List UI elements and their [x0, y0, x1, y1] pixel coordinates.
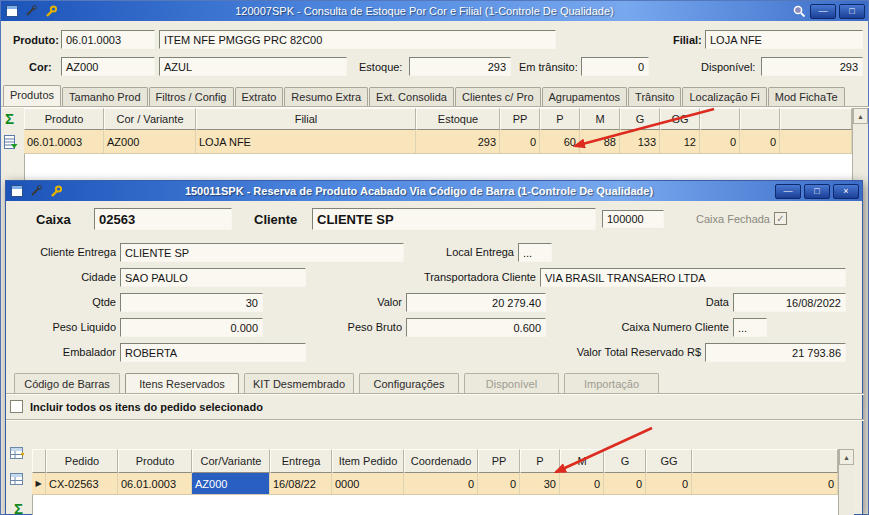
w2-grid-row[interactable]: ▶ CX-02563 06.01.0003 AZ000 16/08/22 000… — [32, 473, 838, 495]
w2-col-pp[interactable]: PP — [478, 449, 520, 473]
tab-codigo-de-barras[interactable]: Código de Barras — [14, 373, 120, 393]
w1-col-filial[interactable]: Filial — [196, 108, 416, 130]
form-icon[interactable] — [4, 3, 20, 19]
disponivel-field[interactable]: 293 — [761, 57, 863, 76]
w2-cell-m[interactable]: 0 — [560, 473, 604, 494]
data-field[interactable]: 16/08/2022 — [733, 293, 846, 312]
tab-resumo-extra[interactable]: Resumo Extra — [284, 87, 368, 106]
w1-cell-cor-variante[interactable]: AZ000 — [104, 130, 196, 153]
w2-col-m[interactable]: M — [560, 449, 604, 473]
tab-itens-reservados[interactable]: Itens Reservados — [125, 373, 239, 393]
caixa-numero-field[interactable]: ... — [733, 318, 767, 337]
tab-filtros-config[interactable]: Filtros / Config — [149, 87, 234, 106]
peso-liquido-field[interactable]: 0.000 — [120, 318, 263, 337]
w1-col-extra-1[interactable] — [700, 108, 740, 130]
w1-cell-filial[interactable]: LOJA NFE — [196, 130, 416, 153]
w1-col-pp[interactable]: PP — [500, 108, 540, 130]
tab-produtos[interactable]: Produtos — [3, 85, 61, 106]
w2-col-gg[interactable]: GG — [646, 449, 692, 473]
tab-mod-fichate[interactable]: Mod FichaTe — [768, 87, 845, 106]
w2-col-p[interactable]: P — [520, 449, 560, 473]
cor-desc-field[interactable]: AZUL — [159, 57, 347, 76]
valor-field[interactable]: 20 279.40 — [406, 293, 546, 312]
qtde-field[interactable]: 30 — [120, 293, 263, 312]
w1-cell-g[interactable]: 133 — [620, 130, 660, 153]
w1-cell-extra-1[interactable]: 0 — [700, 130, 740, 153]
w2-col-cor-variante[interactable]: Cor/Variante — [192, 449, 270, 473]
produto-code-field[interactable]: 06.01.0003 — [61, 30, 155, 49]
tab-kit-desmembrado[interactable]: KIT Desmembrado — [244, 373, 354, 393]
cor-code-field[interactable]: AZ000 — [61, 57, 155, 76]
cliente-field[interactable]: CLIENTE SP — [312, 208, 596, 230]
w1-col-extra-2[interactable] — [740, 108, 780, 130]
w1-minimize-button[interactable]: — — [810, 4, 836, 19]
w1-cell-extra-2[interactable]: 0 — [740, 130, 780, 153]
w1-col-p[interactable]: P — [540, 108, 580, 130]
export-grid-icon[interactable] — [4, 135, 18, 151]
w2-cell-p[interactable]: 30 — [520, 473, 560, 494]
tab-ext-consolida[interactable]: Ext. Consolida — [369, 87, 454, 106]
w2-cell-item-pedido[interactable]: 0000 — [332, 473, 404, 494]
sigma-icon[interactable]: Σ — [14, 501, 23, 515]
tab-disponivel[interactable]: Disponível — [464, 373, 559, 393]
filial-field[interactable]: LOJA NFE — [705, 30, 863, 49]
w2-col-coordenado[interactable]: Coordenado — [404, 449, 478, 473]
tools-icon[interactable] — [28, 183, 44, 199]
tab-tamanho-prod[interactable]: Tamanho Prod — [62, 87, 148, 106]
cidade-field[interactable]: SAO PAULO — [120, 268, 306, 287]
tab-transito[interactable]: Trânsito — [628, 87, 681, 106]
w2-grid-scrollbar[interactable]: ▲ — [838, 449, 854, 515]
w2-col-item-pedido[interactable]: Item Pedido — [332, 449, 404, 473]
estoque-field[interactable]: 293 — [409, 57, 511, 76]
w1-cell-pp[interactable]: 0 — [500, 130, 540, 153]
w1-cell-p[interactable]: 60 — [540, 130, 580, 153]
peso-bruto-field[interactable]: 0.600 — [406, 318, 546, 337]
produto-desc-field[interactable]: ITEM NFE PMGGG PRC 82C00 — [159, 30, 556, 49]
w2-col-entrega[interactable]: Entrega — [270, 449, 332, 473]
w1-maximize-button[interactable]: □ — [839, 4, 865, 19]
em-transito-field[interactable]: 0 — [581, 57, 649, 76]
w2-col-pedido[interactable]: Pedido — [46, 449, 118, 473]
w1-col-cor-variante[interactable]: Cor / Variante — [104, 108, 196, 130]
include-all-checkbox[interactable] — [10, 400, 23, 413]
w2-col-produto[interactable]: Produto — [118, 449, 192, 473]
w1-cell-produto[interactable]: 06.01.0003 — [24, 130, 104, 153]
w1-cell-estoque[interactable]: 293 — [416, 130, 500, 153]
table-add-icon[interactable] — [10, 447, 25, 462]
w1-cell-gg[interactable]: 12 — [660, 130, 700, 153]
embalador-field[interactable]: ROBERTA — [120, 343, 306, 362]
w2-maximize-button[interactable]: □ — [804, 184, 830, 199]
table-icon[interactable] — [10, 473, 25, 488]
w1-col-g[interactable]: G — [620, 108, 660, 130]
cliente-entrega-field[interactable]: CLIENTE SP — [120, 243, 404, 262]
cliente-code-field[interactable]: 100000 — [602, 210, 664, 228]
w1-grid-row[interactable]: 06.01.0003 AZ000 LOJA NFE 293 0 60 88 13… — [24, 130, 852, 154]
w2-cell-g[interactable]: 0 — [604, 473, 646, 494]
caixa-field[interactable]: 02563 — [94, 208, 232, 230]
search-icon[interactable] — [791, 3, 807, 19]
w2-cell-coordenado[interactable]: 0 — [404, 473, 478, 494]
wrench-icon[interactable] — [42, 3, 58, 19]
w2-cell-cor-variante[interactable]: AZ000 — [192, 473, 270, 494]
local-entrega-field[interactable]: ... — [518, 243, 552, 262]
caixa-fechada-checkbox[interactable]: ✓ — [774, 212, 787, 225]
tab-importacao[interactable]: Importação — [564, 373, 659, 393]
tab-extrato[interactable]: Extrato — [235, 87, 284, 106]
w2-col-g[interactable]: G — [604, 449, 646, 473]
w2-scroll-up-button[interactable]: ▲ — [839, 449, 854, 465]
w2-cell-pp[interactable]: 0 — [478, 473, 520, 494]
w2-cell-gg[interactable]: 0 — [646, 473, 692, 494]
tab-configuracoes[interactable]: Configurações — [359, 373, 459, 393]
w1-cell-m[interactable]: 88 — [580, 130, 620, 153]
tab-clientes-c-pro[interactable]: Clientes c/ Pro — [455, 87, 541, 106]
form-icon[interactable] — [9, 183, 25, 199]
tab-localizacao-fi[interactable]: Localização Fi — [682, 87, 766, 106]
w2-cell-entrega[interactable]: 16/08/22 — [270, 473, 332, 494]
w2-minimize-button[interactable]: — — [775, 184, 801, 199]
w1-col-m[interactable]: M — [580, 108, 620, 130]
w2-cell-filler[interactable]: 0 — [692, 473, 838, 494]
valor-total-field[interactable]: 21 793.86 — [705, 343, 846, 362]
w1-col-produto[interactable]: Produto — [24, 108, 104, 130]
tab-agrupamentos[interactable]: Agrupamentos — [542, 87, 628, 106]
sigma-icon[interactable]: Σ — [5, 111, 14, 126]
